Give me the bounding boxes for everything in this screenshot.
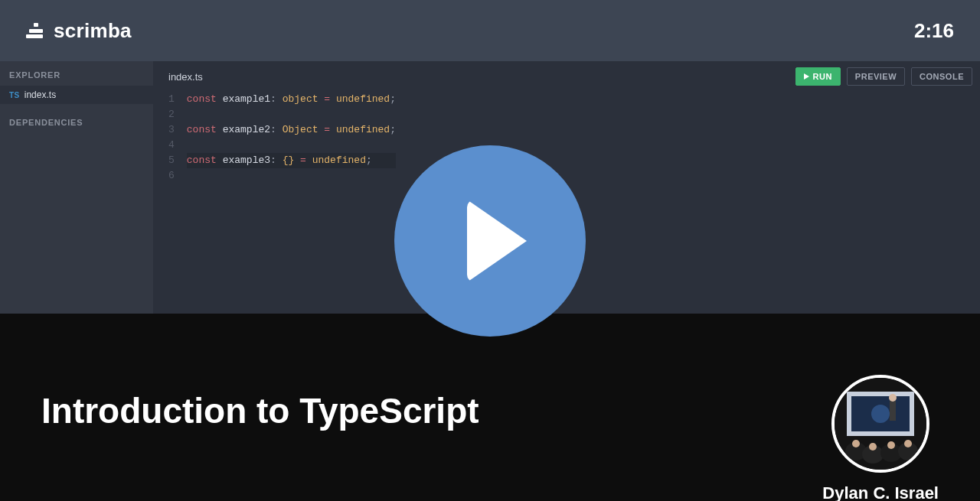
line-number: 5 bbox=[168, 153, 175, 168]
footer: Introduction to TypeScript bbox=[0, 314, 980, 501]
line-number: 1 bbox=[168, 92, 175, 107]
tab-bar: index.ts RUN PREVIEW CONSOLE bbox=[153, 61, 980, 92]
line-number: 2 bbox=[168, 107, 175, 122]
active-tab[interactable]: index.ts bbox=[168, 71, 203, 83]
line-number: 6 bbox=[168, 168, 175, 184]
run-button[interactable]: RUN bbox=[795, 67, 841, 86]
svg-point-12 bbox=[869, 443, 877, 451]
file-item-index-ts[interactable]: TS index.ts bbox=[0, 86, 153, 104]
play-button[interactable] bbox=[394, 145, 586, 337]
line-gutter: 123456 bbox=[168, 92, 187, 184]
brand[interactable]: scrimba bbox=[26, 19, 132, 43]
instructor-avatar[interactable] bbox=[831, 375, 929, 473]
file-lang-badge: TS bbox=[9, 91, 20, 99]
instructor-block: Dylan C. Israel bbox=[822, 375, 939, 501]
line-number: 4 bbox=[168, 138, 175, 153]
toolbar: RUN PREVIEW CONSOLE bbox=[795, 67, 972, 86]
code-line bbox=[187, 107, 396, 122]
line-number: 3 bbox=[168, 122, 175, 138]
code-editor[interactable]: 123456 const example1: object = undefine… bbox=[153, 92, 980, 184]
instructor-name: Dylan C. Israel bbox=[822, 483, 939, 501]
preview-button[interactable]: PREVIEW bbox=[847, 67, 905, 86]
svg-point-4 bbox=[871, 405, 890, 423]
code-line: const example1: object = undefined; bbox=[187, 92, 396, 107]
brand-text: scrimba bbox=[54, 19, 132, 43]
svg-point-14 bbox=[904, 440, 912, 447]
play-icon bbox=[804, 73, 809, 80]
timestamp: 2:16 bbox=[914, 19, 954, 43]
code-line bbox=[187, 168, 396, 184]
console-button[interactable]: CONSOLE bbox=[911, 67, 972, 86]
logo-icon bbox=[26, 21, 46, 40]
svg-rect-5 bbox=[890, 401, 896, 421]
file-name: index.ts bbox=[24, 89, 56, 100]
sidebar: EXPLORER TS index.ts DEPENDENCIES bbox=[0, 61, 153, 314]
svg-point-11 bbox=[852, 440, 860, 447]
header: scrimba 2:16 bbox=[0, 0, 980, 61]
code-line bbox=[187, 138, 396, 153]
explorer-heading: EXPLORER bbox=[0, 61, 153, 86]
svg-point-13 bbox=[887, 441, 895, 449]
course-title: Introduction to TypeScript bbox=[41, 375, 479, 501]
code-line: const example2: Object = undefined; bbox=[187, 122, 396, 138]
svg-point-6 bbox=[889, 394, 897, 402]
avatar-icon bbox=[835, 378, 926, 470]
run-label: RUN bbox=[813, 72, 832, 81]
code-lines: const example1: object = undefined; cons… bbox=[187, 92, 396, 184]
dependencies-heading: DEPENDENCIES bbox=[0, 104, 153, 133]
play-icon bbox=[467, 200, 527, 282]
code-line: const example3: {} = undefined; bbox=[187, 153, 396, 168]
